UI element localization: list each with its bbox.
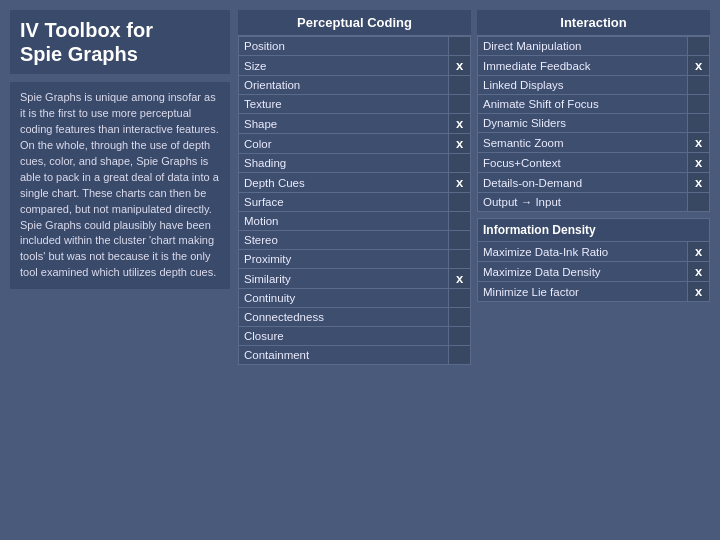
perceptual-row-label: Color (239, 134, 449, 154)
table-row: Maximize Data Densityx (478, 262, 710, 282)
perceptual-section: Perceptual Coding PositionSizexOrientati… (238, 10, 471, 530)
perceptual-row-label: Shading (239, 154, 449, 173)
table-row: Closure (239, 327, 471, 346)
perceptual-row-label: Orientation (239, 76, 449, 95)
interaction-header: Interaction (477, 10, 710, 36)
table-row: Output → Input (478, 193, 710, 212)
perceptual-row-label: Connectedness (239, 308, 449, 327)
perceptual-row-label: Shape (239, 114, 449, 134)
perceptual-row-mark: x (449, 56, 471, 76)
interaction-row-mark (688, 193, 710, 212)
perceptual-row-label: Similarity (239, 269, 449, 289)
perceptual-row-label: Stereo (239, 231, 449, 250)
table-row: Containment (239, 346, 471, 365)
table-row: Maximize Data-Ink Ratiox (478, 242, 710, 262)
table-row: Continuity (239, 289, 471, 308)
perceptual-row-mark: x (449, 269, 471, 289)
perceptual-row-mark: x (449, 173, 471, 193)
table-row: Shading (239, 154, 471, 173)
perceptual-row-mark (449, 308, 471, 327)
interaction-row-label: Semantic Zoom (478, 133, 688, 153)
perceptual-row-mark (449, 37, 471, 56)
perceptual-row-mark (449, 289, 471, 308)
description-box: Spie Graphs is unique among insofar as i… (10, 82, 230, 289)
perceptual-row-label: Depth Cues (239, 173, 449, 193)
table-row: Depth Cuesx (239, 173, 471, 193)
table-row: Sizex (239, 56, 471, 76)
table-row: Texture (239, 95, 471, 114)
perceptual-row-mark (449, 76, 471, 95)
perceptual-row-label: Continuity (239, 289, 449, 308)
perceptual-row-mark: x (449, 114, 471, 134)
perceptual-row-label: Size (239, 56, 449, 76)
table-row: Proximity (239, 250, 471, 269)
interaction-row-mark (688, 76, 710, 95)
table-row: Shapex (239, 114, 471, 134)
interaction-row-mark: x (688, 133, 710, 153)
perceptual-row-label: Containment (239, 346, 449, 365)
table-row: Colorx (239, 134, 471, 154)
info-density-row-mark: x (688, 282, 710, 302)
interaction-row-mark (688, 37, 710, 56)
interaction-row-mark: x (688, 153, 710, 173)
perceptual-row-mark (449, 346, 471, 365)
table-row: Surface (239, 193, 471, 212)
table-row: Details-on-Demandx (478, 173, 710, 193)
perceptual-row-label: Texture (239, 95, 449, 114)
perceptual-row-mark (449, 193, 471, 212)
interaction-table: Direct ManipulationImmediate FeedbackxLi… (477, 36, 710, 212)
perceptual-row-mark (449, 154, 471, 173)
interaction-row-label: Animate Shift of Focus (478, 95, 688, 114)
info-density-table: Information DensityMaximize Data-Ink Rat… (477, 218, 710, 302)
interaction-row-label: Output → Input (478, 193, 688, 212)
interaction-row-mark: x (688, 173, 710, 193)
table-row: Dynamic Sliders (478, 114, 710, 133)
table-row: Focus+Contextx (478, 153, 710, 173)
description-text: Spie Graphs is unique among insofar as i… (20, 90, 220, 281)
perceptual-header: Perceptual Coding (238, 10, 471, 36)
interaction-row-label: Direct Manipulation (478, 37, 688, 56)
main-container: IV Toolbox for Spie Graphs Spie Graphs i… (0, 0, 720, 540)
info-density-row-label: Maximize Data-Ink Ratio (478, 242, 688, 262)
table-row: Connectedness (239, 308, 471, 327)
interaction-section: Interaction Direct ManipulationImmediate… (477, 10, 710, 530)
interaction-row-label: Dynamic Sliders (478, 114, 688, 133)
perceptual-row-mark (449, 231, 471, 250)
perceptual-row-label: Surface (239, 193, 449, 212)
perceptual-row-label: Position (239, 37, 449, 56)
info-density-header: Information Density (478, 219, 710, 242)
interaction-row-label: Details-on-Demand (478, 173, 688, 193)
perceptual-row-mark (449, 95, 471, 114)
interaction-row-label: Immediate Feedback (478, 56, 688, 76)
interaction-row-label: Focus+Context (478, 153, 688, 173)
table-row: Semantic Zoomx (478, 133, 710, 153)
interaction-row-mark: x (688, 56, 710, 76)
left-panel: IV Toolbox for Spie Graphs Spie Graphs i… (10, 10, 230, 530)
info-density-row-label: Maximize Data Density (478, 262, 688, 282)
table-row: Minimize Lie factorx (478, 282, 710, 302)
table-row: Position (239, 37, 471, 56)
perceptual-row-label: Closure (239, 327, 449, 346)
perceptual-row-mark (449, 212, 471, 231)
info-density-row-label: Minimize Lie factor (478, 282, 688, 302)
right-panel: Perceptual Coding PositionSizexOrientati… (238, 10, 710, 530)
info-density-row-mark: x (688, 242, 710, 262)
perceptual-table: PositionSizexOrientationTextureShapexCol… (238, 36, 471, 365)
table-row: Stereo (239, 231, 471, 250)
table-row: Linked Displays (478, 76, 710, 95)
info-density-row-mark: x (688, 262, 710, 282)
page-title: IV Toolbox for Spie Graphs (20, 18, 220, 66)
perceptual-row-mark (449, 327, 471, 346)
perceptual-row-mark: x (449, 134, 471, 154)
perceptual-row-label: Proximity (239, 250, 449, 269)
perceptual-row-mark (449, 250, 471, 269)
interaction-row-mark (688, 114, 710, 133)
table-row: Animate Shift of Focus (478, 95, 710, 114)
title-box: IV Toolbox for Spie Graphs (10, 10, 230, 74)
table-row: Orientation (239, 76, 471, 95)
table-row: Direct Manipulation (478, 37, 710, 56)
interaction-row-mark (688, 95, 710, 114)
table-row: Immediate Feedbackx (478, 56, 710, 76)
table-row: Similarityx (239, 269, 471, 289)
table-row: Motion (239, 212, 471, 231)
